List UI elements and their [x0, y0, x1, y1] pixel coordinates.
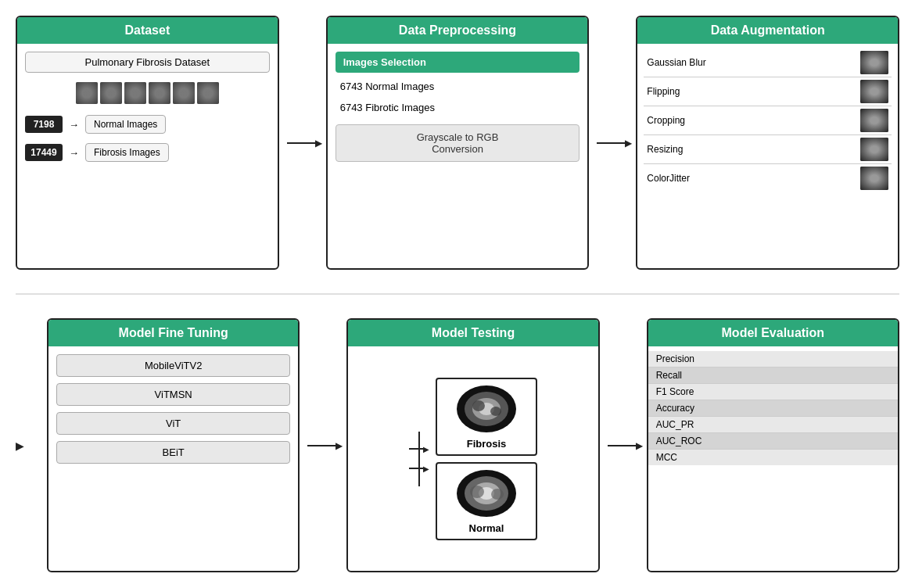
evaluation-body: Precision Recall F1 Score Accuracy AUC_P… — [648, 346, 898, 571]
fibrosis-images-label: Fibrosis Images — [85, 143, 169, 162]
model-vit: ViT — [56, 412, 290, 435]
dataset-body: Pulmonary Fibrosis Dataset 7198 → Normal… — [17, 44, 278, 268]
testing-title: Model Testing — [348, 320, 597, 346]
conversion-label: Grayscale to RGBConversion — [336, 124, 580, 162]
pulmonary-label: Pulmonary Fibrosis Dataset — [25, 52, 270, 73]
aug-label-colorjitter: ColorJitter — [647, 173, 854, 184]
svg-point-10 — [470, 486, 484, 498]
model-beit: BEiT — [56, 441, 290, 464]
normal-images-count: 6743 Normal Images — [336, 79, 580, 94]
svg-point-5 — [490, 407, 501, 416]
aug-thumb-resizing — [860, 138, 888, 161]
dataset-title: Dataset — [17, 17, 278, 44]
testing-body: ▶ ▶ — [348, 346, 597, 571]
aug-label-flipping: Flipping — [647, 86, 854, 97]
normal-count-row: 7198 → Normal Images — [25, 115, 270, 134]
svg-point-4 — [472, 400, 485, 411]
images-selection-header: Images Selection — [336, 52, 580, 73]
finetuning-body: MobileViTV2 ViTMSN ViT BEiT — [48, 346, 298, 571]
fibrotic-images-count: 6743 Fibrotic Images — [336, 100, 580, 115]
eval-mcc: MCC — [648, 450, 898, 465]
row-2: Model Fine Tuning MobileViTV2 ViTMSN ViT… — [16, 318, 899, 572]
normal-test-label: Normal — [469, 522, 504, 534]
normal-test-box: Normal — [436, 462, 537, 540]
model-vitmsn: ViTMSN — [56, 383, 290, 406]
fibrosis-count-row: 17449 → Fibrosis Images — [25, 143, 270, 162]
vertical-split-line — [418, 432, 420, 486]
aug-label-resizing: Resizing — [647, 144, 854, 155]
test-image-stack: Fibrosis Normal — [436, 378, 537, 540]
eval-accuracy: Accuracy — [648, 400, 898, 417]
fibrosis-count-badge: 17449 — [25, 144, 63, 161]
arrow-line-bottom — [409, 468, 423, 469]
arrow-testing-to-eval — [600, 445, 647, 446]
aug-label-cropping: Cropping — [647, 115, 854, 126]
svg-point-11 — [491, 489, 504, 500]
row-divider-area — [16, 293, 899, 295]
aug-thumb-colorjitter — [860, 167, 888, 190]
row-1: Dataset Pulmonary Fibrosis Dataset 7198 … — [16, 16, 899, 270]
aug-row-cropping: Cropping — [644, 106, 892, 135]
arrow-head-top: ▶ — [423, 445, 429, 454]
aug-row-gaussian: Gaussian Blur — [644, 48, 892, 77]
normal-images-label: Normal Images — [85, 115, 166, 134]
arrow-preproc-to-aug — [589, 142, 636, 144]
fibrosis-ct-svg — [455, 384, 518, 435]
thumb-4 — [149, 82, 170, 104]
model-mobilevitv2: MobileViTV2 — [56, 354, 290, 377]
normal-count-badge: 7198 — [25, 116, 63, 133]
eval-recall: Recall — [648, 368, 898, 384]
arrow-finetuning-to-testing — [300, 445, 346, 446]
augmentation-title: Data Augmentation — [637, 17, 898, 44]
split-arrows: ▶ ▶ — [409, 354, 429, 563]
aug-row-colorjitter: ColorJitter — [644, 164, 892, 192]
thumb-6 — [197, 82, 219, 104]
arrow-head-bottom: ▶ — [423, 464, 429, 473]
thumb-3 — [124, 82, 146, 104]
aug-thumb-flipping — [860, 80, 888, 103]
aug-label-gaussian: Gaussian Blur — [647, 57, 854, 68]
preprocessing-card: Data Preprocessing Images Selection 6743… — [326, 16, 590, 270]
eval-f1score: F1 Score — [648, 384, 898, 400]
dataset-card: Dataset Pulmonary Fibrosis Dataset 7198 … — [16, 16, 279, 270]
aug-thumb-cropping — [860, 109, 888, 132]
diagram: Dataset Pulmonary Fibrosis Dataset 7198 … — [0, 0, 915, 588]
augmentation-card: Data Augmentation Gaussian Blur Flipping… — [636, 16, 899, 270]
eval-precision: Precision — [648, 351, 898, 368]
aug-thumb-gaussian — [860, 51, 888, 74]
eval-auc-roc: AUC_ROC — [648, 433, 898, 450]
arrow-dataset-to-preproc — [279, 142, 326, 144]
preprocessing-title: Data Preprocessing — [328, 17, 588, 44]
fibrosis-test-box: Fibrosis — [436, 378, 537, 456]
augmentation-body: Gaussian Blur Flipping Cropping Resizing… — [637, 44, 898, 268]
thumb-2 — [100, 82, 122, 104]
testing-card: Model Testing ▶ ▶ — [346, 318, 599, 572]
finetuning-title: Model Fine Tuning — [48, 320, 298, 346]
image-thumbs — [25, 82, 270, 104]
fibrosis-test-label: Fibrosis — [467, 438, 507, 450]
finetuning-card: Model Fine Tuning MobileViTV2 ViTMSN ViT… — [47, 318, 300, 572]
thumb-5 — [173, 82, 195, 104]
aug-row-flipping: Flipping — [644, 77, 892, 106]
thumb-1 — [76, 82, 98, 104]
evaluation-card: Model Evaluation Precision Recall F1 Sco… — [647, 318, 899, 572]
normal-ct-svg — [455, 468, 518, 519]
eval-auc-pr: AUC_PR — [648, 417, 898, 433]
entry-arrow-row2 — [16, 439, 47, 452]
aug-row-resizing: Resizing — [644, 135, 892, 164]
evaluation-title: Model Evaluation — [648, 320, 898, 346]
arrow-line-top — [409, 448, 423, 450]
preprocessing-body: Images Selection 6743 Normal Images 6743… — [328, 44, 588, 268]
